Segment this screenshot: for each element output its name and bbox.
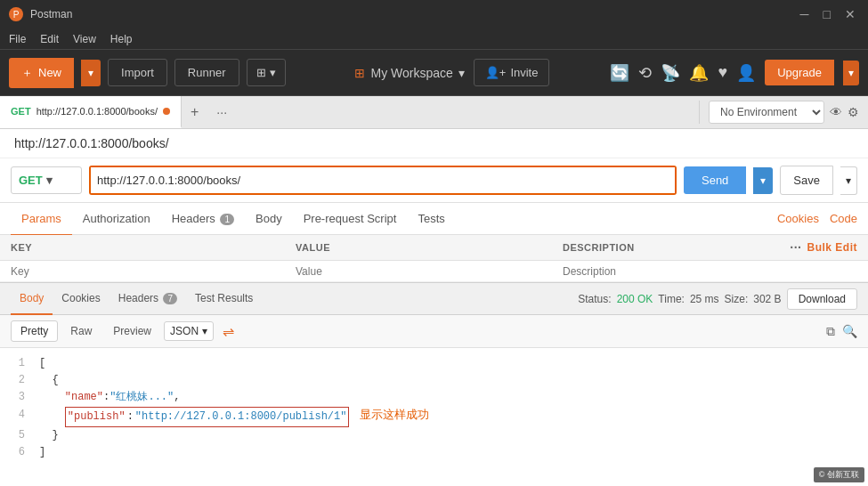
gear-icon[interactable]: ⚙ [848, 105, 859, 119]
new-dropdown-button[interactable]: ▾ [81, 60, 101, 86]
response-tab-cookies[interactable]: Cookies [53, 283, 109, 315]
value-column-header: VALUE [296, 242, 563, 253]
more-tabs-button[interactable]: ··· [207, 96, 236, 128]
key-input[interactable] [11, 265, 296, 278]
import-button[interactable]: Import [108, 59, 167, 86]
method-chevron-icon: ▾ [46, 174, 53, 187]
code-link[interactable]: Code [830, 212, 857, 225]
method-selector[interactable]: GET ▾ [11, 166, 82, 194]
upgrade-dropdown-button[interactable]: ▾ [843, 61, 859, 85]
response-code: 1 [ 2 { 3 "name" : "红桃妹..." [0, 348, 868, 486]
search-icon[interactable]: 🔍 [842, 324, 857, 339]
send-dropdown-button[interactable]: ▾ [753, 167, 773, 194]
menu-view[interactable]: View [73, 33, 96, 45]
menu-edit[interactable]: Edit [40, 33, 59, 45]
response-meta: Status: 200 OK Time: 25 ms Size: 302 B D… [578, 288, 857, 310]
heart-icon[interactable]: ♥ [718, 63, 727, 82]
app-icon: P [9, 7, 23, 21]
format-tab-raw[interactable]: Raw [61, 321, 101, 341]
format-tab-preview[interactable]: Preview [104, 321, 160, 341]
key-column-header: KEY [11, 242, 296, 253]
menu-file[interactable]: File [9, 33, 26, 45]
cookies-link[interactable]: Cookies [777, 212, 819, 225]
tab-unsaved-dot [163, 108, 170, 115]
download-button[interactable]: Download [787, 288, 857, 310]
tab-pre-request[interactable]: Pre-request Script [293, 203, 408, 236]
response-tab-body[interactable]: Body [11, 283, 53, 315]
menu-help[interactable]: Help [110, 33, 133, 45]
response-format-bar: Pretty Raw Preview JSON ▾ ⇌ ⧉ 🔍 [0, 315, 868, 348]
refresh-icon[interactable]: 🔄 [610, 63, 629, 83]
workspace-chevron-icon: ▾ [458, 66, 465, 80]
save-dropdown-button[interactable]: ▾ [840, 166, 857, 195]
maximize-button[interactable]: □ [820, 7, 834, 21]
code-line-4: 4 "publish" : "http://127.0.0.1:8000/pub… [11, 407, 857, 427]
runner-button[interactable]: Runner [174, 59, 239, 86]
response-section: Body Cookies Headers 7 Test Results Stat… [0, 282, 868, 486]
eye-icon[interactable]: 👁 [830, 105, 842, 119]
save-button[interactable]: Save [780, 166, 833, 195]
avatar-icon[interactable]: 👤 [736, 63, 756, 83]
params-table-header: KEY VALUE DESCRIPTION ··· Bulk Edit [0, 235, 868, 261]
satellite-icon[interactable]: 📡 [661, 63, 680, 83]
url-input[interactable] [91, 167, 675, 193]
plus-icon: ＋ [21, 65, 33, 81]
history-icon[interactable]: ⟲ [638, 63, 652, 83]
grid-icon: ⊞ [256, 66, 266, 79]
url-input-row: GET ▾ Send ▾ Save ▾ [0, 158, 868, 203]
toolbar: ＋ New ▾ Import Runner ⊞ ▾ ⊞ My Workspace… [0, 50, 868, 96]
url-input-wrapper [89, 166, 677, 195]
copy-icon[interactable]: ⧉ [826, 324, 835, 339]
request-tab-active[interactable]: GET http://127.0.0.1:8000/books/ [0, 96, 182, 128]
tab-section: GET http://127.0.0.1:8000/books/ + ··· [0, 96, 699, 128]
size-value: 302 B [753, 293, 781, 305]
minimize-button[interactable]: ─ [797, 7, 813, 21]
format-beautify-icon[interactable]: ⇌ [223, 323, 234, 340]
invite-button[interactable]: 👤+ Invite [474, 59, 550, 86]
new-button[interactable]: ＋ New [9, 58, 74, 88]
format-chevron-icon: ▾ [202, 325, 207, 337]
main-content: GET http://127.0.0.1:8000/books/ + ··· N… [0, 96, 868, 486]
actions-column: ··· Bulk Edit [786, 240, 857, 255]
response-tab-test-results[interactable]: Test Results [186, 283, 262, 315]
tab-tests[interactable]: Tests [407, 203, 455, 236]
annotation-text: 显示这样成功 [360, 407, 429, 425]
status-value: 200 OK [617, 293, 653, 305]
params-tabs: Params Authorization Headers 1 Body Pre-… [0, 203, 868, 235]
request-area: http://127.0.0.1:8000/books/ GET ▾ Send … [0, 129, 868, 486]
tab-url: http://127.0.0.1:8000/books/ [37, 106, 158, 117]
value-input[interactable] [296, 265, 563, 278]
params-table: KEY VALUE DESCRIPTION ··· Bulk Edit [0, 235, 868, 282]
response-tab-headers[interactable]: Headers 7 [110, 283, 186, 315]
bulk-edit-button[interactable]: Bulk Edit [807, 241, 857, 254]
close-button[interactable]: ✕ [841, 7, 859, 21]
code-line-2: 2 { [11, 372, 857, 389]
workspace-selector[interactable]: ⊞ My Workspace ▾ [345, 59, 473, 86]
code-line-6: 6 ] [11, 444, 857, 461]
bell-icon[interactable]: 🔔 [689, 63, 709, 83]
desc-column-header: DESCRIPTION [563, 242, 786, 253]
environment-selector[interactable]: No Environment [709, 101, 824, 124]
upgrade-button[interactable]: Upgrade [765, 60, 834, 85]
method-value: GET [19, 174, 43, 187]
menu-bar: File Edit View Help [0, 28, 868, 50]
code-line-1: 1 [ [11, 355, 857, 372]
tab-headers[interactable]: Headers 1 [161, 203, 245, 236]
grid-icon-button[interactable]: ⊞ ▾ [247, 59, 286, 86]
status-label: Status: [578, 293, 611, 305]
code-line-5: 5 } [11, 427, 857, 444]
tab-authorization[interactable]: Authorization [72, 203, 161, 236]
add-tab-button[interactable]: + [182, 96, 207, 128]
env-section: No Environment 👁 ⚙ [699, 101, 868, 124]
url-display: http://127.0.0.1:8000/books/ [0, 129, 868, 158]
format-tab-pretty[interactable]: Pretty [11, 320, 58, 342]
tab-params[interactable]: Params [11, 203, 72, 236]
time-value: 25 ms [690, 293, 719, 305]
tab-body[interactable]: Body [245, 203, 293, 236]
description-input[interactable] [563, 265, 857, 278]
format-json-selector[interactable]: JSON ▾ [164, 321, 214, 341]
send-button[interactable]: Send [684, 166, 746, 194]
params-more-icon[interactable]: ··· [790, 240, 801, 255]
code-line-3: 3 "name" : "红桃妹..." , [11, 389, 857, 406]
top-request-row: GET http://127.0.0.1:8000/books/ + ··· N… [0, 96, 868, 129]
